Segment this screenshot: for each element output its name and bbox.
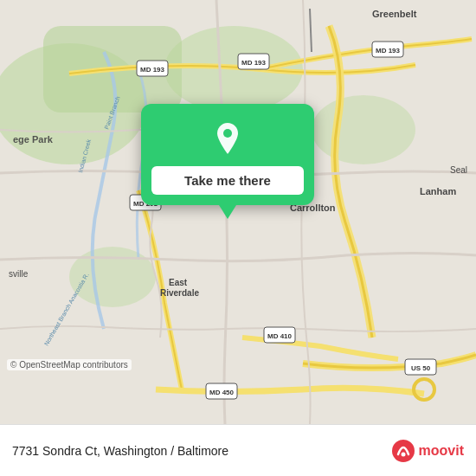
svg-text:sville: sville: [9, 269, 29, 279]
address-label: 7731 Sondra Ct, Washington / Baltimore: [12, 444, 228, 458]
map-view: MD 193 MD 193 MD 193 MD 201 MD 410 US 50…: [0, 0, 476, 424]
svg-point-35: [392, 440, 415, 462]
svg-text:Seal: Seal: [450, 165, 467, 175]
footer-bar: 7731 Sondra Ct, Washington / Baltimore m…: [0, 424, 476, 476]
svg-point-3: [312, 95, 415, 164]
svg-text:East: East: [169, 278, 188, 287]
svg-text:MD 193: MD 193: [241, 59, 267, 67]
svg-text:MD 410: MD 410: [267, 332, 293, 340]
svg-text:ege Park: ege Park: [13, 134, 54, 145]
location-popup: Take me there: [141, 104, 314, 205]
svg-text:MD 193: MD 193: [376, 47, 401, 55]
svg-point-36: [401, 452, 405, 456]
svg-text:Riverdale: Riverdale: [160, 288, 199, 298]
svg-text:MD 450: MD 450: [209, 389, 235, 396]
svg-text:Lanham: Lanham: [420, 186, 456, 196]
osm-attribution: © OpenStreetMap contributors: [7, 359, 132, 370]
svg-text:MD 193: MD 193: [140, 66, 165, 74]
location-pin-icon: [209, 119, 247, 158]
moovit-logo: moovit: [391, 439, 464, 463]
svg-text:US 50: US 50: [411, 364, 431, 372]
take-me-there-button[interactable]: Take me there: [151, 166, 304, 195]
moovit-logo-icon: [391, 439, 415, 463]
svg-text:Greenbelt: Greenbelt: [372, 9, 417, 19]
svg-point-34: [223, 129, 232, 138]
moovit-brand-text: moovit: [419, 443, 464, 459]
